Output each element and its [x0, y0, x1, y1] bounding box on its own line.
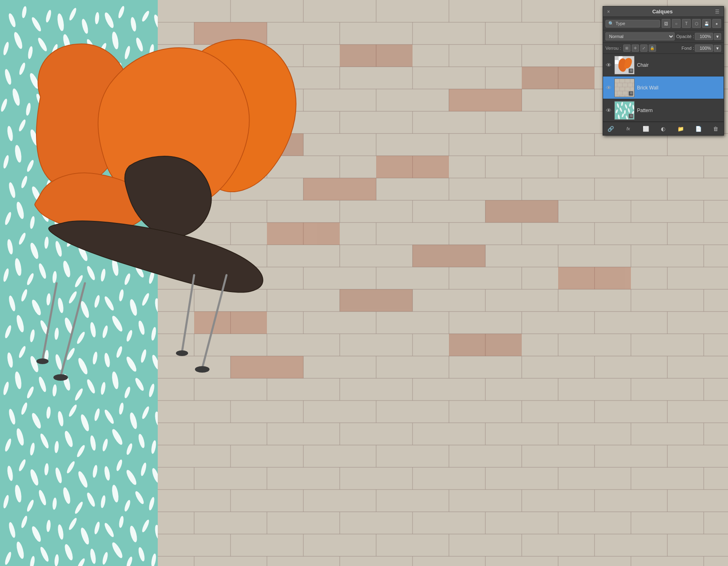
svg-line-502 [61, 283, 85, 376]
layer-name-chair: Chair [637, 62, 721, 68]
svg-rect-511 [615, 56, 619, 60]
svg-rect-497 [558, 267, 631, 289]
panel-bottom-toolbar: 🔗 fx ⬜ ◐ 📁 📄 🗑 [603, 122, 724, 135]
fill-input[interactable] [695, 45, 713, 52]
search-icon: 🔍 [608, 21, 614, 26]
opacity-chevron[interactable]: ▼ [714, 33, 721, 40]
layer-chain-icon-pattern: ⛓ [629, 114, 633, 119]
layer-visibility-chair[interactable]: 👁 [605, 62, 612, 68]
search-input[interactable] [616, 21, 657, 26]
panel-menu-icon[interactable]: ☰ [715, 9, 720, 15]
svg-point-507 [195, 366, 210, 373]
add-style-btn[interactable]: fx [624, 124, 633, 133]
layer-thumb-brick: ⛓ [614, 78, 635, 97]
lock-position-btn[interactable]: ⤢ [640, 45, 648, 52]
svg-point-509 [176, 350, 188, 356]
new-group-btn[interactable]: 📁 [676, 124, 685, 133]
layer-chain-icon-brick: ⛓ [629, 91, 633, 96]
svg-line-504 [42, 283, 57, 360]
svg-point-506 [53, 374, 68, 381]
fill-label: Fond : [681, 46, 694, 51]
panel-header: × Calques ☰ [603, 6, 724, 17]
panel-title: Calques [652, 8, 673, 15]
layers-panel: × Calques ☰ 🔍 🖼 ○ T ⬡ 💾 ● NormalDissolve… [603, 6, 724, 136]
adjustment-layer-btn[interactable]: ◐ [659, 124, 668, 133]
filter-circle-icon[interactable]: ○ [672, 19, 681, 28]
layer-visibility-pattern[interactable]: 👁 [605, 107, 612, 114]
lock-fill-row: Verrou : ⊞ ✛ ⤢ 🔒 Fond : ▼ [603, 43, 724, 54]
blend-mode-select[interactable]: NormalDissolveDarkenMultiplyColor BurnLi… [605, 32, 675, 40]
svg-rect-494 [485, 200, 558, 223]
layer-row-pattern[interactable]: 👁 [603, 99, 724, 122]
svg-rect-513 [615, 60, 619, 64]
search-box[interactable]: 🔍 [605, 20, 660, 28]
svg-rect-492 [522, 67, 595, 89]
delete-layer-btn[interactable]: 🗑 [711, 124, 720, 133]
opacity-label: Opacité : [676, 34, 694, 39]
layer-name-brick: Brick Wall [637, 85, 721, 91]
lock-transparency-btn[interactable]: ⊞ [623, 45, 631, 52]
svg-rect-489 [449, 89, 522, 111]
filter-image-icon[interactable]: 🖼 [662, 19, 671, 28]
svg-line-505 [182, 275, 194, 352]
filter-smart-icon[interactable]: 💾 [702, 19, 711, 28]
svg-rect-491 [376, 156, 449, 178]
layer-chain-icon-chair: ⛓ [629, 68, 633, 73]
filter-shape-icon[interactable]: ⬡ [692, 19, 701, 28]
opacity-input[interactable] [695, 33, 713, 40]
layer-name-pattern: Pattern [637, 108, 721, 113]
lock-all-btn[interactable]: 🔒 [649, 45, 656, 52]
layer-thumb-chair: ⛓ [614, 56, 635, 74]
layer-row-chair[interactable]: 👁 ⛓ Chair [603, 54, 724, 76]
add-mask-btn[interactable]: ⬜ [641, 124, 650, 133]
new-layer-btn[interactable]: 📄 [694, 124, 703, 133]
filter-type-icon[interactable]: T [682, 19, 691, 28]
link-layers-btn[interactable]: 🔗 [606, 124, 615, 133]
close-icon[interactable]: × [607, 9, 610, 15]
lock-image-btn[interactable]: ✛ [632, 45, 639, 52]
layer-thumb-pattern: ⛓ [614, 101, 635, 120]
svg-rect-500 [449, 334, 522, 356]
svg-rect-496 [413, 245, 485, 267]
lock-label: Verrou : [605, 46, 621, 51]
layer-visibility-brick[interactable]: 👁 [605, 85, 612, 91]
layer-row-brick[interactable]: 👁 [603, 76, 724, 99]
fill-chevron[interactable]: ▼ [714, 45, 721, 52]
svg-point-508 [36, 358, 49, 364]
filter-dot-icon[interactable]: ● [712, 19, 721, 28]
chair-layer [8, 24, 356, 388]
filter-bar: 🔍 🖼 ○ T ⬡ 💾 ● [603, 17, 724, 30]
blend-opacity-row: NormalDissolveDarkenMultiplyColor BurnLi… [603, 30, 724, 43]
